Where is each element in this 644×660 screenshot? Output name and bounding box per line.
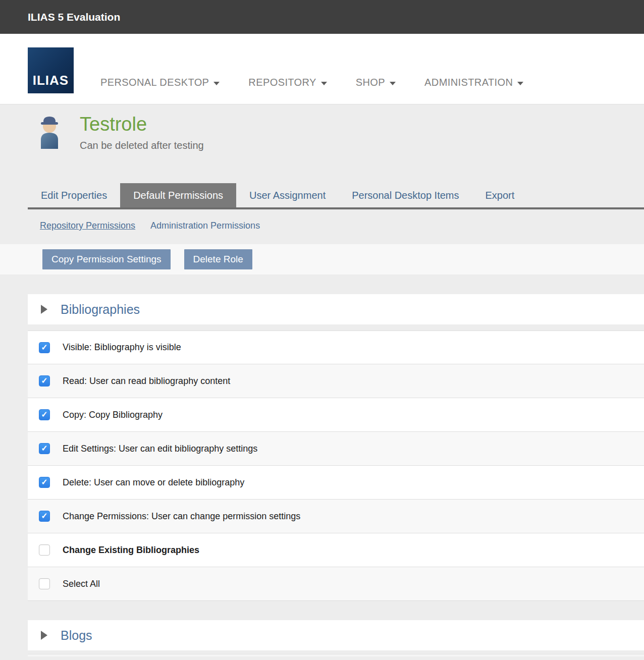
page-title: Testrole [80,114,644,136]
permission-label: Change Existing Bibliographies [63,545,199,556]
permission-checkbox[interactable] [39,477,50,488]
select-all-checkbox[interactable] [39,578,50,589]
copy-permission-settings-button[interactable]: Copy Permission Settings [42,249,171,269]
permission-row: Change Existing Bibliographies [28,533,644,567]
top-bar: ILIAS 5 Evaluation [0,0,644,34]
role-header: Testrole Can be deleted after testing [0,104,644,183]
chevron-down-icon [517,82,523,85]
ilias-logo-text: ILIAS [33,73,69,88]
chevron-down-icon [321,82,327,85]
tab-user-assignment[interactable]: User Assignment [236,183,339,207]
select-all-label: Select All [63,579,100,589]
subtab-bar: Repository Permissions Administration Pe… [40,209,644,244]
triangle-right-icon [41,631,47,640]
page-subtitle: Can be deleted after testing [80,140,644,151]
permission-checkbox[interactable] [39,375,50,387]
nav-repository[interactable]: REPOSITORY [248,77,327,88]
permission-row: Read: User can read bibliography content [28,364,644,398]
subtab-administration-permissions[interactable]: Administration Permissions [150,221,260,231]
tab-default-permissions[interactable]: Default Permissions [120,183,236,207]
permission-checkbox[interactable] [39,342,50,353]
delete-role-button[interactable]: Delete Role [184,249,252,269]
permission-row: Copy: Copy Bibliography [28,398,644,432]
permission-checkbox[interactable] [39,409,50,420]
permission-row: Edit Settings: User can edit bibliograph… [28,432,644,466]
nav-label: REPOSITORY [248,77,316,88]
permission-row: Change Permissions: User can change perm… [28,500,644,533]
nav-label: SHOP [356,77,385,88]
tab-bar: Edit Properties Default Permissions User… [28,183,644,209]
spacer [0,601,644,620]
permission-label: Edit Settings: User can edit bibliograph… [63,444,257,454]
permission-checkbox[interactable] [39,511,50,522]
permission-list: Visible: Bibliography is visible Read: U… [28,331,644,601]
client-title: ILIAS 5 Evaluation [28,11,120,23]
tab-edit-properties[interactable]: Edit Properties [28,183,120,207]
nav-label: ADMINISTRATION [424,77,513,88]
permission-label: Read: User can read bibliography content [63,376,230,387]
permission-checkbox[interactable] [39,443,50,454]
chevron-down-icon [390,82,396,85]
subtab-repository-permissions[interactable]: Repository Permissions [40,221,135,231]
select-all-row: Select All [28,567,644,601]
tab-export[interactable]: Export [472,183,528,207]
main-header: ILIAS PERSONAL DESKTOP REPOSITORY SHOP A… [0,34,644,104]
ilias-logo[interactable]: ILIAS [28,47,74,93]
permission-label: Delete: User can move or delete bibliogr… [63,477,244,488]
permission-label: Visible: Bibliography is visible [63,342,181,353]
nav-administration[interactable]: ADMINISTRATION [424,77,523,88]
section-title: Bibliographies [61,302,140,317]
main-nav: PERSONAL DESKTOP REPOSITORY SHOP ADMINIS… [100,77,523,88]
permission-label: Change Permissions: User can change perm… [63,511,300,522]
next-section-edge [28,654,644,656]
nav-personal-desktop[interactable]: PERSONAL DESKTOP [100,77,220,88]
section-title: Blogs [61,628,92,643]
permission-checkbox[interactable] [39,544,50,556]
tab-personal-desktop-items[interactable]: Personal Desktop Items [339,183,472,207]
role-user-icon [39,116,60,151]
section-header-blogs[interactable]: Blogs [28,620,644,650]
toolbar: Copy Permission Settings Delete Role [0,244,644,274]
nav-shop[interactable]: SHOP [356,77,396,88]
permission-label: Copy: Copy Bibliography [63,410,163,420]
chevron-down-icon [213,82,220,85]
nav-label: PERSONAL DESKTOP [100,77,209,88]
permission-row: Visible: Bibliography is visible [28,331,644,364]
section-header-bibliographies[interactable]: Bibliographies [28,294,644,324]
triangle-right-icon [41,305,47,314]
permission-row: Delete: User can move or delete bibliogr… [28,466,644,500]
spacer [0,274,644,294]
spacer [0,650,644,654]
spacer [0,324,644,331]
